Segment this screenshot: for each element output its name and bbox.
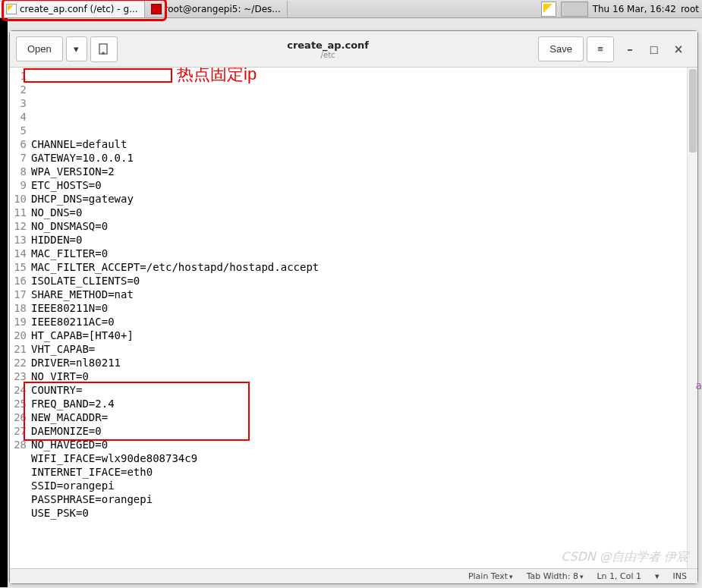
taskbar: create_ap.conf (/etc) - g... root@orange…: [0, 0, 702, 18]
code-line[interactable]: DHCP_DNS=gateway: [31, 192, 697, 206]
code-line[interactable]: NO_DNS=0: [31, 206, 697, 219]
ovr-dropdown[interactable]: ▾: [655, 571, 660, 581]
right-edge-char: a: [695, 379, 702, 391]
clock-text: Thu 16 Mar, 16:42: [593, 4, 676, 14]
title-area: create_ap.conf /etc: [121, 39, 536, 59]
line-number: 4: [11, 110, 27, 124]
code-line[interactable]: HT_CAPAB=[HT40+]: [31, 329, 697, 342]
line-number: 16: [11, 274, 27, 288]
line-number: 7: [11, 151, 27, 165]
hamburger-menu-button[interactable]: ≡: [587, 36, 614, 62]
toolbar: Open ▾ create_ap.conf /etc Save ≡ – ◻ ×: [10, 31, 697, 68]
taskbar-label: create_ap.conf (/etc) - g...: [20, 4, 138, 14]
line-number: 25: [11, 397, 27, 410]
tray-note-icon[interactable]: [541, 2, 556, 17]
code-line[interactable]: HIDDEN=0: [31, 233, 697, 247]
line-number: 9: [11, 178, 27, 192]
line-number: 10: [11, 192, 27, 206]
code-line[interactable]: DRIVER=nl80211: [31, 356, 697, 369]
line-number: 27: [11, 424, 27, 438]
code-line[interactable]: NEW_MACADDR=: [31, 410, 697, 424]
maximize-button[interactable]: ◻: [647, 42, 661, 56]
code-line[interactable]: GATEWAY=10.0.0.1: [31, 151, 697, 165]
code-line[interactable]: DAEMONIZE=0: [31, 424, 697, 438]
line-number: 19: [11, 315, 27, 329]
editor-window: Open ▾ create_ap.conf /etc Save ≡ – ◻ × …: [9, 30, 698, 584]
annotation-text: 热点固定ip: [177, 68, 257, 81]
line-number: 22: [11, 356, 27, 369]
code-line[interactable]: ETC_HOSTS=0: [31, 178, 697, 192]
line-number: 1: [11, 69, 27, 83]
code-line[interactable]: NO_VIRT=0: [31, 369, 697, 383]
taskbar-label: root@orangepi5: ~/Des...: [165, 4, 281, 14]
line-number: 14: [11, 247, 27, 260]
code-line[interactable]: IEEE80211AC=0: [31, 315, 697, 329]
editor-body[interactable]: 1234567891011121314151617181920212223242…: [10, 68, 697, 568]
tab-width[interactable]: Tab Width: 8: [527, 571, 584, 581]
vertical-scrollbar[interactable]: [687, 68, 697, 568]
line-number: 3: [11, 96, 27, 110]
line-number: 15: [11, 260, 27, 274]
code-line[interactable]: ISOLATE_CLIENTS=0: [31, 274, 697, 288]
line-number-gutter: 1234567891011121314151617181920212223242…: [10, 68, 30, 568]
code-line[interactable]: IEEE80211N=0: [31, 301, 697, 315]
terminal-icon: [151, 4, 162, 14]
code-line[interactable]: INTERNET_IFACE=eth0: [31, 465, 697, 479]
code-line[interactable]: NO_DNSMASQ=0: [31, 219, 697, 233]
scroll-thumb[interactable]: [689, 69, 697, 153]
line-number: 24: [11, 383, 27, 397]
title-path: /etc: [121, 51, 536, 59]
taskbar-tray: Thu 16 Mar, 16:42 root: [541, 2, 702, 17]
code-line[interactable]: WIFI_IFACE=wlx90de808734c9: [31, 451, 697, 465]
line-number: 21: [11, 342, 27, 356]
new-document-button[interactable]: [90, 36, 118, 62]
code-line[interactable]: COUNTRY=: [31, 383, 697, 397]
new-doc-icon: [98, 43, 110, 55]
line-number: 8: [11, 165, 27, 178]
code-line[interactable]: MAC_FILTER=0: [31, 247, 697, 260]
code-line[interactable]: PASSPHRASE=orangepi: [31, 492, 697, 506]
cursor-position: Ln 1, Col 1: [597, 571, 641, 581]
user-text: root: [681, 4, 699, 14]
code-line[interactable]: NO_HAVEGED=0: [31, 438, 697, 451]
code-line[interactable]: MAC_FILTER_ACCEPT=/etc/hostapd/hostapd.a…: [31, 260, 697, 274]
code-line[interactable]: CHANNEL=default: [31, 137, 697, 151]
line-number: 12: [11, 219, 27, 233]
line-number: 26: [11, 410, 27, 424]
line-number: 28: [11, 438, 27, 451]
line-number: 11: [11, 206, 27, 219]
save-button[interactable]: Save: [538, 36, 584, 61]
tray-blank-icon[interactable]: [561, 2, 588, 17]
open-button[interactable]: Open: [16, 36, 63, 61]
syntax-mode[interactable]: Plain Text: [468, 571, 513, 581]
window-controls: – ◻ ×: [617, 42, 691, 56]
taskbar-item-editor[interactable]: create_ap.conf (/etc) - g...: [0, 1, 145, 17]
insert-mode[interactable]: INS: [673, 571, 687, 581]
code-line[interactable]: SSID=orangepi: [31, 479, 697, 492]
line-number: 2: [11, 83, 27, 96]
statusbar: Plain Text Tab Width: 8 Ln 1, Col 1 ▾ IN…: [10, 568, 697, 583]
code-line[interactable]: USE_PSK=0: [31, 506, 697, 520]
minimize-button[interactable]: –: [623, 42, 637, 56]
line-number: 13: [11, 233, 27, 247]
code-line[interactable]: SHARE_METHOD=nat: [31, 288, 697, 301]
line-number: 5: [11, 124, 27, 137]
line-number: 20: [11, 329, 27, 342]
code-area[interactable]: 热点固定ip CHANNEL=defaultGATEWAY=10.0.0.1WP…: [30, 68, 697, 568]
annotation-box-gateway: [24, 68, 172, 83]
title-filename: create_ap.conf: [121, 39, 536, 51]
line-number: 18: [11, 301, 27, 315]
background-terminal-strip: [0, 18, 8, 587]
close-button[interactable]: ×: [672, 42, 685, 56]
code-line[interactable]: FREQ_BAND=2.4: [31, 397, 697, 410]
code-line[interactable]: WPA_VERSION=2: [31, 165, 697, 178]
open-dropdown-button[interactable]: ▾: [66, 36, 87, 61]
taskbar-item-terminal[interactable]: root@orangepi5: ~/Des...: [145, 1, 288, 17]
code-line[interactable]: VHT_CAPAB=: [31, 342, 697, 356]
document-icon: [6, 4, 17, 14]
line-number: 17: [11, 288, 27, 301]
line-number: 6: [11, 137, 27, 151]
line-number: 23: [11, 369, 27, 383]
